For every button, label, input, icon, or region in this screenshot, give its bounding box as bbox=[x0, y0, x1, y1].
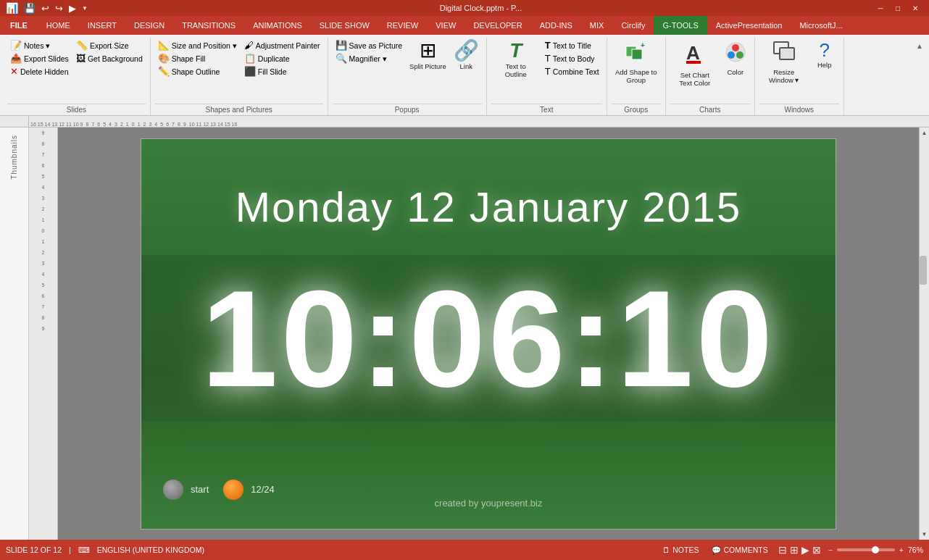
text-to-outline-button[interactable]: T Text to Outline bbox=[491, 39, 541, 80]
qat-dropdown-icon[interactable]: ▼ bbox=[80, 4, 89, 12]
magnifier-button[interactable]: 🔍 Magnifier ▾ bbox=[333, 52, 406, 64]
slide-sorter-icon[interactable]: ⊞ bbox=[790, 544, 799, 556]
scroll-thumb[interactable] bbox=[920, 256, 927, 285]
slides-group-label: Slides bbox=[7, 104, 146, 115]
shape-outline-icon: ✏️ bbox=[158, 66, 170, 77]
undo-qat-icon[interactable]: ↩ bbox=[40, 2, 51, 14]
ruler-horizontal: 16 15 14 13 12 11 10 9 8 7 6 5 4 3 2 1 0… bbox=[29, 116, 929, 128]
slideshow-icon[interactable]: ⊠ bbox=[812, 544, 821, 556]
minimize-button[interactable]: ─ bbox=[872, 0, 888, 16]
ruler-vertical: 9 8 7 6 5 4 3 2 1 0 1 2 3 4 5 6 7 8 9 bbox=[29, 128, 58, 540]
shape-outline-button[interactable]: ✏️ Shape Outline bbox=[155, 65, 240, 78]
toggle-circle-button[interactable] bbox=[223, 480, 243, 500]
set-chart-text-color-button[interactable]: A Set Chart Text Color bbox=[670, 39, 720, 89]
tab-transitions[interactable]: TRANSITIONS bbox=[173, 16, 244, 35]
scroll-up-arrow[interactable]: ▲ bbox=[922, 128, 928, 138]
tab-gtools[interactable]: G-TOOLS bbox=[654, 16, 707, 35]
ribbon-group-popups: 💾 Save as Picture 🔍 Magnifier ▾ ⊞ Split … bbox=[328, 38, 487, 115]
help-button[interactable]: ? Help bbox=[810, 39, 839, 70]
tab-animations[interactable]: ANIMATIONS bbox=[244, 16, 311, 35]
size-position-icon: 📐 bbox=[158, 40, 170, 51]
resize-window-button[interactable]: Resize Window ▾ bbox=[759, 39, 809, 86]
tab-home[interactable]: HOME bbox=[38, 16, 79, 35]
text-col-right: T Text to Title T Text to Body T Combine… bbox=[542, 39, 602, 95]
ribbon-collapse-button[interactable]: ▲ bbox=[913, 38, 926, 115]
zoom-plus-icon[interactable]: + bbox=[899, 546, 904, 554]
vertical-scrollbar[interactable]: ▲ ▼ bbox=[919, 128, 929, 540]
popups-col-sub: 💾 Save as Picture 🔍 Magnifier ▾ bbox=[333, 39, 406, 82]
get-background-button[interactable]: 🖼 Get Background bbox=[73, 52, 146, 64]
tab-active-presentation[interactable]: ActivePresentation bbox=[707, 16, 791, 35]
delete-hidden-button[interactable]: ✕ Delete Hidden bbox=[7, 65, 72, 78]
save-qat-icon[interactable]: 💾 bbox=[22, 2, 37, 14]
language-indicator: | bbox=[69, 546, 71, 554]
view-icons: ⊟ ⊞ ▶ ⊠ bbox=[778, 544, 821, 556]
text-to-body-button[interactable]: T Text to Body bbox=[542, 52, 602, 64]
duplicate-icon: 📋 bbox=[244, 53, 256, 64]
split-picture-button[interactable]: ⊞ Split Picture bbox=[407, 39, 449, 72]
save-picture-icon: 💾 bbox=[336, 40, 347, 51]
text-title-icon: T bbox=[545, 40, 551, 51]
export-slides-button[interactable]: 📤 Export Slides bbox=[7, 52, 72, 64]
zoom-slider[interactable] bbox=[837, 548, 895, 551]
shapes-col2: 🖌 Adjustment Painter 📋 Duplicate ⬛ Fill … bbox=[241, 39, 323, 78]
fill-slide-button[interactable]: ⬛ Fill Slide bbox=[241, 65, 323, 78]
tab-file[interactable]: FILE bbox=[0, 16, 38, 35]
tab-design[interactable]: DESIGN bbox=[125, 16, 173, 35]
svg-rect-10 bbox=[780, 48, 794, 59]
shape-fill-button[interactable]: 🎨 Shape Fill bbox=[155, 52, 240, 64]
link-button[interactable]: 🔗 Link bbox=[451, 39, 482, 72]
groups-group-label: Groups bbox=[612, 104, 661, 115]
export-size-button[interactable]: 📏 Export Size bbox=[73, 39, 146, 51]
svg-point-8 bbox=[728, 51, 735, 59]
notes-status-button[interactable]: 🗒 NOTES bbox=[659, 544, 701, 556]
comments-status-button[interactable]: 💬 COMMENTS bbox=[709, 544, 770, 556]
tab-addins[interactable]: ADD-INS bbox=[531, 16, 581, 35]
run-qat-icon[interactable]: ▶ bbox=[67, 2, 78, 14]
tab-slideshow[interactable]: SLIDE SHOW bbox=[311, 16, 378, 35]
redo-qat-icon[interactable]: ↪ bbox=[54, 2, 64, 14]
tab-insert[interactable]: INSERT bbox=[79, 16, 125, 35]
get-background-icon: 🖼 bbox=[76, 53, 86, 64]
text-to-title-button[interactable]: T Text to Title bbox=[542, 39, 602, 51]
zoom-thumb[interactable] bbox=[872, 546, 879, 553]
scroll-down-arrow[interactable]: ▼ bbox=[922, 529, 928, 540]
zoom-level[interactable]: 76% bbox=[908, 546, 923, 554]
adjustment-painter-button[interactable]: 🖌 Adjustment Painter bbox=[241, 39, 323, 51]
svg-text:+: + bbox=[641, 41, 645, 49]
close-button[interactable]: ✕ bbox=[907, 0, 923, 16]
slide-workspace[interactable]: Monday 12 January 2015 10:06:10 created … bbox=[58, 128, 919, 540]
window-controls: ─ □ ✕ bbox=[872, 0, 923, 16]
tab-review[interactable]: REVIEW bbox=[378, 16, 427, 35]
start-circle-button[interactable] bbox=[163, 480, 183, 500]
zoom-minus-icon[interactable]: − bbox=[828, 546, 833, 554]
windows-group-label: Windows bbox=[759, 104, 839, 115]
quick-access-toolbar: 💾 ↩ ↪ ▶ ▼ bbox=[22, 2, 89, 14]
normal-view-icon[interactable]: ⊟ bbox=[778, 544, 787, 556]
tab-mix[interactable]: MIX bbox=[581, 16, 613, 35]
ribbon-group-slides: 📝 Notes ▾ 📤 Export Slides ✕ Delete Hidde… bbox=[3, 38, 151, 115]
notes-button[interactable]: 📝 Notes ▾ bbox=[7, 39, 72, 51]
tab-developer[interactable]: DEVELOPER bbox=[464, 16, 530, 35]
title-bar: 📊 💾 ↩ ↪ ▶ ▼ Digital Clock.pptm - P... ─ … bbox=[0, 0, 929, 16]
scroll-track[interactable] bbox=[920, 138, 929, 529]
tab-circlify[interactable]: Circlify bbox=[612, 16, 654, 35]
notes-status-label: NOTES bbox=[672, 546, 699, 554]
color-button[interactable]: Color bbox=[721, 39, 750, 78]
size-position-button[interactable]: 📐 Size and Position ▾ bbox=[155, 39, 240, 51]
text-outline-icon: T bbox=[509, 41, 522, 61]
tab-microsoft[interactable]: MicrosoftJ... bbox=[791, 16, 851, 35]
window-title: Digital Clock.pptm - P... bbox=[89, 4, 872, 12]
save-as-picture-button[interactable]: 💾 Save as Picture bbox=[333, 39, 406, 51]
charts-group-label: Charts bbox=[670, 104, 750, 115]
maximize-button[interactable]: □ bbox=[890, 0, 906, 16]
left-panel-inner: Thumbnails 9 8 7 6 5 4 3 2 1 0 1 2 3 4 5… bbox=[0, 128, 58, 540]
reading-view-icon[interactable]: ▶ bbox=[801, 544, 809, 556]
combine-text-button[interactable]: T Combine Text bbox=[542, 65, 602, 78]
tab-view[interactable]: VIEW bbox=[427, 16, 464, 35]
add-shape-group-button[interactable]: + Add Shape to Group bbox=[612, 39, 661, 86]
toggle-button-group: 12/24 bbox=[223, 480, 275, 500]
ribbon-group-windows: Resize Window ▾ ? Help Windows bbox=[755, 38, 844, 115]
zoom-control: − + 76% bbox=[828, 546, 923, 554]
duplicate-button[interactable]: 📋 Duplicate bbox=[241, 52, 323, 64]
